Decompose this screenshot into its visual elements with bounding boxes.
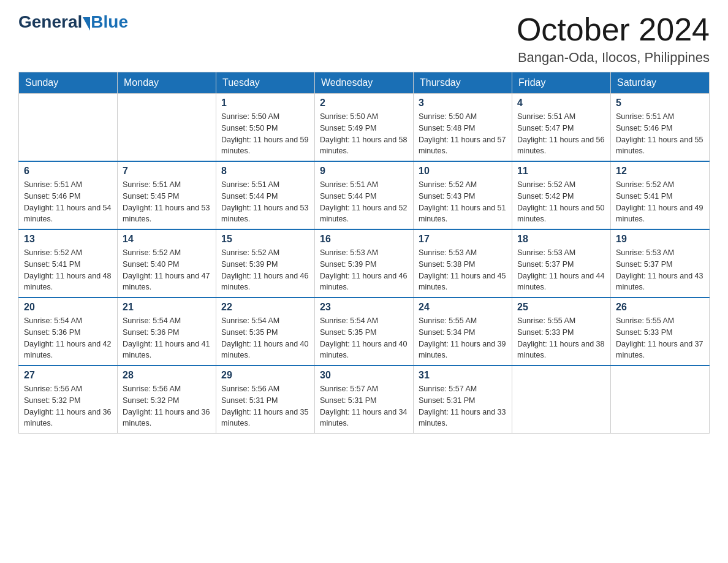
header-monday: Monday (118, 72, 216, 94)
logo: General Blue (18, 12, 128, 32)
calendar-cell-0-2: 1Sunrise: 5:50 AMSunset: 5:50 PMDaylight… (216, 94, 315, 162)
calendar-cell-4-2: 29Sunrise: 5:56 AMSunset: 5:31 PMDayligh… (216, 366, 315, 434)
calendar-table: Sunday Monday Tuesday Wednesday Thursday… (18, 72, 710, 434)
header-tuesday: Tuesday (216, 72, 315, 94)
header-sunday: Sunday (19, 72, 118, 94)
calendar-cell-2-4: 17Sunrise: 5:53 AMSunset: 5:38 PMDayligh… (414, 229, 512, 297)
day-number: 26 (616, 302, 704, 313)
calendar-cell-4-5 (512, 366, 611, 434)
day-info: Sunrise: 5:53 AMSunset: 5:39 PMDaylight:… (320, 247, 408, 293)
day-number: 9 (320, 166, 408, 177)
calendar-cell-4-1: 28Sunrise: 5:56 AMSunset: 5:32 PMDayligh… (118, 366, 216, 434)
calendar-cell-0-3: 2Sunrise: 5:50 AMSunset: 5:49 PMDaylight… (315, 94, 414, 162)
calendar-cell-2-6: 19Sunrise: 5:53 AMSunset: 5:37 PMDayligh… (611, 229, 710, 297)
title-area: October 2024 Bangan-Oda, Ilocos, Philipp… (517, 12, 710, 66)
location-title: Bangan-Oda, Ilocos, Philippines (517, 50, 710, 66)
calendar-cell-1-0: 6Sunrise: 5:51 AMSunset: 5:46 PMDaylight… (19, 161, 118, 229)
day-info: Sunrise: 5:53 AMSunset: 5:37 PMDaylight:… (517, 247, 605, 293)
calendar-cell-0-1 (118, 94, 216, 162)
calendar-cell-2-1: 14Sunrise: 5:52 AMSunset: 5:40 PMDayligh… (118, 229, 216, 297)
day-number: 30 (320, 370, 408, 381)
day-info: Sunrise: 5:50 AMSunset: 5:49 PMDaylight:… (320, 111, 408, 157)
day-info: Sunrise: 5:57 AMSunset: 5:31 PMDaylight:… (419, 383, 507, 429)
day-info: Sunrise: 5:54 AMSunset: 5:35 PMDaylight:… (320, 315, 408, 361)
day-number: 2 (320, 98, 408, 109)
calendar-week-row-3: 20Sunrise: 5:54 AMSunset: 5:36 PMDayligh… (19, 297, 710, 366)
day-info: Sunrise: 5:51 AMSunset: 5:46 PMDaylight:… (616, 111, 704, 157)
day-number: 16 (320, 234, 408, 245)
calendar-cell-4-3: 30Sunrise: 5:57 AMSunset: 5:31 PMDayligh… (315, 366, 414, 434)
calendar-cell-4-0: 27Sunrise: 5:56 AMSunset: 5:32 PMDayligh… (19, 366, 118, 434)
day-number: 20 (24, 302, 112, 313)
calendar-cell-1-2: 8Sunrise: 5:51 AMSunset: 5:44 PMDaylight… (216, 161, 315, 229)
header-saturday: Saturday (611, 72, 710, 94)
day-info: Sunrise: 5:54 AMSunset: 5:36 PMDaylight:… (123, 315, 211, 361)
day-number: 28 (123, 370, 211, 381)
day-number: 13 (24, 234, 112, 245)
day-info: Sunrise: 5:55 AMSunset: 5:33 PMDaylight:… (517, 315, 605, 361)
calendar-cell-0-0 (19, 94, 118, 162)
day-number: 8 (221, 166, 309, 177)
calendar-cell-1-1: 7Sunrise: 5:51 AMSunset: 5:45 PMDaylight… (118, 161, 216, 229)
day-number: 7 (123, 166, 211, 177)
calendar-cell-2-2: 15Sunrise: 5:52 AMSunset: 5:39 PMDayligh… (216, 229, 315, 297)
calendar-cell-0-5: 4Sunrise: 5:51 AMSunset: 5:47 PMDaylight… (512, 94, 611, 162)
calendar-week-row-0: 1Sunrise: 5:50 AMSunset: 5:50 PMDaylight… (19, 94, 710, 162)
calendar-week-row-1: 6Sunrise: 5:51 AMSunset: 5:46 PMDaylight… (19, 161, 710, 229)
day-info: Sunrise: 5:56 AMSunset: 5:32 PMDaylight:… (123, 383, 211, 429)
day-number: 14 (123, 234, 211, 245)
calendar-cell-1-4: 10Sunrise: 5:52 AMSunset: 5:43 PMDayligh… (414, 161, 512, 229)
day-number: 18 (517, 234, 605, 245)
day-number: 12 (616, 166, 704, 177)
day-number: 17 (419, 234, 507, 245)
day-number: 1 (221, 98, 309, 109)
day-info: Sunrise: 5:54 AMSunset: 5:35 PMDaylight:… (221, 315, 309, 361)
day-info: Sunrise: 5:51 AMSunset: 5:46 PMDaylight:… (24, 179, 112, 225)
logo-general-text: General (18, 12, 82, 32)
day-number: 5 (616, 98, 704, 109)
day-number: 11 (517, 166, 605, 177)
calendar-cell-1-5: 11Sunrise: 5:52 AMSunset: 5:42 PMDayligh… (512, 161, 611, 229)
day-number: 31 (419, 370, 507, 381)
day-number: 29 (221, 370, 309, 381)
day-number: 6 (24, 166, 112, 177)
calendar-cell-3-0: 20Sunrise: 5:54 AMSunset: 5:36 PMDayligh… (19, 297, 118, 366)
calendar-cell-2-5: 18Sunrise: 5:53 AMSunset: 5:37 PMDayligh… (512, 229, 611, 297)
day-number: 10 (419, 166, 507, 177)
page-header: General Blue October 2024 Bangan-Oda, Il… (18, 12, 710, 66)
day-number: 23 (320, 302, 408, 313)
day-info: Sunrise: 5:51 AMSunset: 5:44 PMDaylight:… (320, 179, 408, 225)
day-number: 4 (517, 98, 605, 109)
weekday-header-row: Sunday Monday Tuesday Wednesday Thursday… (19, 72, 710, 94)
day-info: Sunrise: 5:52 AMSunset: 5:40 PMDaylight:… (123, 247, 211, 293)
day-info: Sunrise: 5:51 AMSunset: 5:47 PMDaylight:… (517, 111, 605, 157)
calendar-cell-3-1: 21Sunrise: 5:54 AMSunset: 5:36 PMDayligh… (118, 297, 216, 366)
day-info: Sunrise: 5:56 AMSunset: 5:32 PMDaylight:… (24, 383, 112, 429)
day-number: 15 (221, 234, 309, 245)
day-info: Sunrise: 5:52 AMSunset: 5:39 PMDaylight:… (221, 247, 309, 293)
calendar-week-row-4: 27Sunrise: 5:56 AMSunset: 5:32 PMDayligh… (19, 366, 710, 434)
day-info: Sunrise: 5:50 AMSunset: 5:48 PMDaylight:… (419, 111, 507, 157)
calendar-cell-2-0: 13Sunrise: 5:52 AMSunset: 5:41 PMDayligh… (19, 229, 118, 297)
header-thursday: Thursday (414, 72, 512, 94)
day-info: Sunrise: 5:51 AMSunset: 5:45 PMDaylight:… (123, 179, 211, 225)
day-number: 27 (24, 370, 112, 381)
day-info: Sunrise: 5:53 AMSunset: 5:38 PMDaylight:… (419, 247, 507, 293)
calendar-cell-3-4: 24Sunrise: 5:55 AMSunset: 5:34 PMDayligh… (414, 297, 512, 366)
calendar-cell-0-6: 5Sunrise: 5:51 AMSunset: 5:46 PMDaylight… (611, 94, 710, 162)
day-info: Sunrise: 5:57 AMSunset: 5:31 PMDaylight:… (320, 383, 408, 429)
day-info: Sunrise: 5:51 AMSunset: 5:44 PMDaylight:… (221, 179, 309, 225)
logo-arrow-icon (83, 17, 90, 31)
day-info: Sunrise: 5:54 AMSunset: 5:36 PMDaylight:… (24, 315, 112, 361)
day-info: Sunrise: 5:55 AMSunset: 5:34 PMDaylight:… (419, 315, 507, 361)
day-number: 24 (419, 302, 507, 313)
calendar-cell-2-3: 16Sunrise: 5:53 AMSunset: 5:39 PMDayligh… (315, 229, 414, 297)
day-info: Sunrise: 5:55 AMSunset: 5:33 PMDaylight:… (616, 315, 704, 361)
calendar-week-row-2: 13Sunrise: 5:52 AMSunset: 5:41 PMDayligh… (19, 229, 710, 297)
day-info: Sunrise: 5:53 AMSunset: 5:37 PMDaylight:… (616, 247, 704, 293)
header-friday: Friday (512, 72, 611, 94)
calendar-cell-4-6 (611, 366, 710, 434)
day-info: Sunrise: 5:50 AMSunset: 5:50 PMDaylight:… (221, 111, 309, 157)
calendar-cell-1-6: 12Sunrise: 5:52 AMSunset: 5:41 PMDayligh… (611, 161, 710, 229)
calendar-cell-1-3: 9Sunrise: 5:51 AMSunset: 5:44 PMDaylight… (315, 161, 414, 229)
